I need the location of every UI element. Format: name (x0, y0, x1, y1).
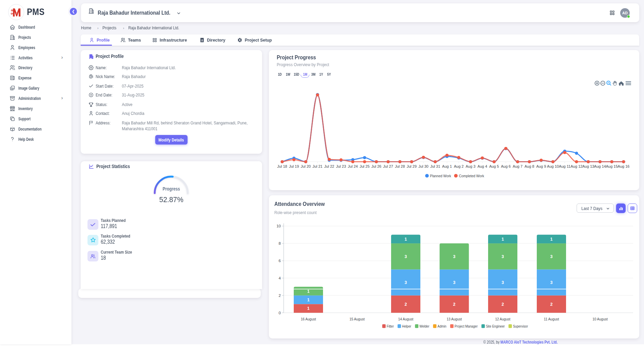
svg-text:0: 0 (279, 311, 281, 315)
svg-text:Aug 6: Aug 6 (501, 164, 511, 168)
svg-text:Jul 21: Jul 21 (312, 164, 322, 168)
svg-text:14 August: 14 August (398, 317, 414, 321)
svg-text:15 August: 15 August (350, 317, 365, 321)
svg-text:Aug 2: Aug 2 (454, 164, 464, 168)
svg-text:Project Manager: Project Manager (455, 324, 478, 328)
svg-text:Jul 20: Jul 20 (301, 164, 311, 168)
svg-text:Welder: Welder (419, 324, 430, 328)
svg-text:Aug 8: Aug 8 (525, 164, 534, 168)
svg-text:Aug 10: Aug 10 (547, 164, 559, 168)
svg-text:Jul 18: Jul 18 (277, 164, 287, 168)
svg-text:2: 2 (405, 302, 407, 307)
svg-text:2: 2 (550, 302, 553, 307)
svg-text:3: 3 (405, 280, 407, 285)
svg-text:16 August: 16 August (301, 317, 316, 321)
svg-text:Jul 23: Jul 23 (336, 164, 346, 168)
svg-text:10: 10 (276, 224, 281, 228)
svg-text:Aug 1: Aug 1 (442, 164, 452, 168)
svg-text:Jul 26: Jul 26 (371, 164, 381, 168)
svg-text:Jul 24: Jul 24 (348, 164, 358, 168)
svg-text:Jul 22: Jul 22 (324, 164, 334, 168)
svg-text:Helper: Helper (402, 324, 412, 328)
svg-text:Site Engineer: Site Engineer (486, 324, 505, 328)
svg-text:1: 1 (307, 306, 310, 311)
svg-text:4: 4 (279, 276, 281, 280)
svg-text:Planned Work: Planned Work (430, 174, 451, 178)
svg-text:Aug 14: Aug 14 (594, 164, 606, 168)
svg-text:Aug 12: Aug 12 (570, 164, 582, 168)
svg-text:3: 3 (550, 280, 553, 285)
svg-text:3: 3 (502, 280, 504, 285)
svg-text:Supervisor: Supervisor (513, 324, 528, 328)
svg-text:Jul 27: Jul 27 (383, 164, 393, 168)
svg-text:Jul 25: Jul 25 (359, 164, 369, 168)
svg-text:Fitter: Fitter (387, 324, 394, 328)
svg-text:Aug 16: Aug 16 (618, 164, 630, 168)
svg-text:Aug 13: Aug 13 (582, 164, 594, 168)
svg-text:3: 3 (453, 254, 455, 259)
svg-text:Aug 15: Aug 15 (606, 164, 618, 168)
svg-text:Admin: Admin (437, 324, 446, 328)
svg-text:1: 1 (550, 237, 553, 242)
svg-text:Jul 19: Jul 19 (289, 164, 299, 168)
svg-text:1: 1 (405, 237, 407, 242)
svg-text:Aug 7: Aug 7 (513, 164, 522, 168)
svg-text:Aug 4: Aug 4 (478, 164, 487, 168)
svg-text:3: 3 (550, 254, 553, 259)
svg-text:2: 2 (502, 302, 504, 307)
svg-text:Jul 30: Jul 30 (418, 164, 428, 168)
svg-text:1: 1 (307, 298, 310, 302)
svg-text:3: 3 (502, 254, 504, 259)
svg-text:6: 6 (279, 259, 281, 263)
svg-text:Jul 31: Jul 31 (430, 164, 440, 168)
svg-text:2: 2 (279, 293, 281, 298)
svg-text:3: 3 (405, 254, 407, 259)
svg-text:1: 1 (502, 237, 504, 242)
svg-text:2: 2 (453, 302, 455, 307)
svg-text:Jul 29: Jul 29 (407, 164, 417, 168)
svg-text:Aug 5: Aug 5 (489, 164, 499, 168)
svg-text:8: 8 (279, 241, 281, 245)
svg-text:10 August: 10 August (593, 317, 608, 321)
svg-text:11 August: 11 August (544, 317, 559, 321)
svg-text:Aug 9: Aug 9 (536, 164, 546, 168)
svg-text:Aug 11: Aug 11 (559, 164, 570, 168)
svg-text:Aug 3: Aug 3 (466, 164, 476, 168)
svg-text:13 August: 13 August (447, 317, 462, 321)
svg-text:1: 1 (307, 289, 310, 294)
svg-text:3: 3 (453, 280, 455, 285)
svg-text:Completed Work: Completed Work (459, 174, 484, 178)
svg-text:Jul 28: Jul 28 (395, 164, 405, 168)
svg-text:12 August: 12 August (495, 317, 511, 321)
